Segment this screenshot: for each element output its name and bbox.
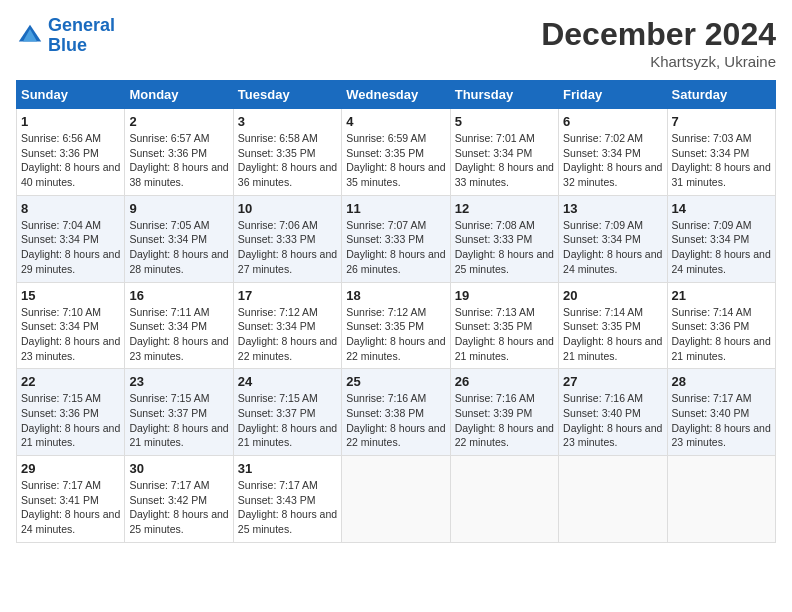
day-number: 20: [563, 288, 662, 303]
day-number: 6: [563, 114, 662, 129]
day-info: Sunrise: 6:59 AMSunset: 3:35 PMDaylight:…: [346, 131, 445, 190]
day-info: Sunrise: 7:08 AMSunset: 3:33 PMDaylight:…: [455, 218, 554, 277]
day-number: 22: [21, 374, 120, 389]
calendar-header: SundayMondayTuesdayWednesdayThursdayFrid…: [17, 81, 776, 109]
calendar-cell: 21 Sunrise: 7:14 AMSunset: 3:36 PMDaylig…: [667, 282, 775, 369]
calendar-cell: 28 Sunrise: 7:17 AMSunset: 3:40 PMDaylig…: [667, 369, 775, 456]
calendar-cell: 10 Sunrise: 7:06 AMSunset: 3:33 PMDaylig…: [233, 195, 341, 282]
calendar-cell: 16 Sunrise: 7:11 AMSunset: 3:34 PMDaylig…: [125, 282, 233, 369]
day-info: Sunrise: 7:17 AMSunset: 3:43 PMDaylight:…: [238, 478, 337, 537]
calendar-cell: [342, 456, 450, 543]
calendar-cell: 11 Sunrise: 7:07 AMSunset: 3:33 PMDaylig…: [342, 195, 450, 282]
day-number: 31: [238, 461, 337, 476]
day-info: Sunrise: 7:16 AMSunset: 3:39 PMDaylight:…: [455, 391, 554, 450]
calendar-cell: 2 Sunrise: 6:57 AMSunset: 3:36 PMDayligh…: [125, 109, 233, 196]
day-number: 4: [346, 114, 445, 129]
weekday-wednesday: Wednesday: [342, 81, 450, 109]
calendar-cell: 15 Sunrise: 7:10 AMSunset: 3:34 PMDaylig…: [17, 282, 125, 369]
calendar-cell: 3 Sunrise: 6:58 AMSunset: 3:35 PMDayligh…: [233, 109, 341, 196]
day-info: Sunrise: 7:16 AMSunset: 3:38 PMDaylight:…: [346, 391, 445, 450]
logo-line2: Blue: [48, 35, 87, 55]
calendar-cell: 31 Sunrise: 7:17 AMSunset: 3:43 PMDaylig…: [233, 456, 341, 543]
day-info: Sunrise: 7:09 AMSunset: 3:34 PMDaylight:…: [563, 218, 662, 277]
day-info: Sunrise: 7:13 AMSunset: 3:35 PMDaylight:…: [455, 305, 554, 364]
day-info: Sunrise: 7:17 AMSunset: 3:42 PMDaylight:…: [129, 478, 228, 537]
calendar-cell: 6 Sunrise: 7:02 AMSunset: 3:34 PMDayligh…: [559, 109, 667, 196]
day-info: Sunrise: 7:06 AMSunset: 3:33 PMDaylight:…: [238, 218, 337, 277]
day-number: 19: [455, 288, 554, 303]
day-number: 26: [455, 374, 554, 389]
calendar-cell: 12 Sunrise: 7:08 AMSunset: 3:33 PMDaylig…: [450, 195, 558, 282]
title-block: December 2024 Khartsyzk, Ukraine: [541, 16, 776, 70]
page-header: General Blue December 2024 Khartsyzk, Uk…: [16, 16, 776, 70]
day-number: 27: [563, 374, 662, 389]
calendar-cell: 24 Sunrise: 7:15 AMSunset: 3:37 PMDaylig…: [233, 369, 341, 456]
calendar-cell: [667, 456, 775, 543]
day-number: 16: [129, 288, 228, 303]
day-info: Sunrise: 6:56 AMSunset: 3:36 PMDaylight:…: [21, 131, 120, 190]
day-number: 17: [238, 288, 337, 303]
calendar-cell: 27 Sunrise: 7:16 AMSunset: 3:40 PMDaylig…: [559, 369, 667, 456]
location-subtitle: Khartsyzk, Ukraine: [541, 53, 776, 70]
calendar-cell: 14 Sunrise: 7:09 AMSunset: 3:34 PMDaylig…: [667, 195, 775, 282]
day-info: Sunrise: 7:12 AMSunset: 3:34 PMDaylight:…: [238, 305, 337, 364]
day-number: 12: [455, 201, 554, 216]
weekday-tuesday: Tuesday: [233, 81, 341, 109]
day-info: Sunrise: 7:01 AMSunset: 3:34 PMDaylight:…: [455, 131, 554, 190]
calendar-cell: 19 Sunrise: 7:13 AMSunset: 3:35 PMDaylig…: [450, 282, 558, 369]
calendar-cell: 26 Sunrise: 7:16 AMSunset: 3:39 PMDaylig…: [450, 369, 558, 456]
weekday-sunday: Sunday: [17, 81, 125, 109]
day-number: 9: [129, 201, 228, 216]
logo: General Blue: [16, 16, 115, 56]
calendar-cell: [450, 456, 558, 543]
calendar-cell: [559, 456, 667, 543]
day-number: 13: [563, 201, 662, 216]
day-info: Sunrise: 7:16 AMSunset: 3:40 PMDaylight:…: [563, 391, 662, 450]
day-info: Sunrise: 7:14 AMSunset: 3:36 PMDaylight:…: [672, 305, 771, 364]
calendar-cell: 30 Sunrise: 7:17 AMSunset: 3:42 PMDaylig…: [125, 456, 233, 543]
calendar-cell: 7 Sunrise: 7:03 AMSunset: 3:34 PMDayligh…: [667, 109, 775, 196]
calendar-week-5: 29 Sunrise: 7:17 AMSunset: 3:41 PMDaylig…: [17, 456, 776, 543]
day-number: 23: [129, 374, 228, 389]
day-info: Sunrise: 7:15 AMSunset: 3:37 PMDaylight:…: [238, 391, 337, 450]
day-number: 3: [238, 114, 337, 129]
weekday-friday: Friday: [559, 81, 667, 109]
day-number: 14: [672, 201, 771, 216]
day-info: Sunrise: 7:11 AMSunset: 3:34 PMDaylight:…: [129, 305, 228, 364]
day-info: Sunrise: 7:15 AMSunset: 3:37 PMDaylight:…: [129, 391, 228, 450]
day-info: Sunrise: 7:14 AMSunset: 3:35 PMDaylight:…: [563, 305, 662, 364]
calendar-cell: 17 Sunrise: 7:12 AMSunset: 3:34 PMDaylig…: [233, 282, 341, 369]
day-number: 1: [21, 114, 120, 129]
day-info: Sunrise: 6:57 AMSunset: 3:36 PMDaylight:…: [129, 131, 228, 190]
calendar-cell: 8 Sunrise: 7:04 AMSunset: 3:34 PMDayligh…: [17, 195, 125, 282]
day-number: 8: [21, 201, 120, 216]
calendar-cell: 13 Sunrise: 7:09 AMSunset: 3:34 PMDaylig…: [559, 195, 667, 282]
weekday-header-row: SundayMondayTuesdayWednesdayThursdayFrid…: [17, 81, 776, 109]
calendar-cell: 23 Sunrise: 7:15 AMSunset: 3:37 PMDaylig…: [125, 369, 233, 456]
day-number: 5: [455, 114, 554, 129]
day-info: Sunrise: 7:17 AMSunset: 3:40 PMDaylight:…: [672, 391, 771, 450]
day-number: 21: [672, 288, 771, 303]
day-number: 30: [129, 461, 228, 476]
calendar-week-3: 15 Sunrise: 7:10 AMSunset: 3:34 PMDaylig…: [17, 282, 776, 369]
calendar-week-4: 22 Sunrise: 7:15 AMSunset: 3:36 PMDaylig…: [17, 369, 776, 456]
day-number: 2: [129, 114, 228, 129]
day-number: 15: [21, 288, 120, 303]
calendar-cell: 1 Sunrise: 6:56 AMSunset: 3:36 PMDayligh…: [17, 109, 125, 196]
calendar-cell: 22 Sunrise: 7:15 AMSunset: 3:36 PMDaylig…: [17, 369, 125, 456]
day-info: Sunrise: 7:09 AMSunset: 3:34 PMDaylight:…: [672, 218, 771, 277]
day-number: 11: [346, 201, 445, 216]
weekday-thursday: Thursday: [450, 81, 558, 109]
calendar-table: SundayMondayTuesdayWednesdayThursdayFrid…: [16, 80, 776, 543]
day-number: 18: [346, 288, 445, 303]
day-info: Sunrise: 7:17 AMSunset: 3:41 PMDaylight:…: [21, 478, 120, 537]
calendar-body: 1 Sunrise: 6:56 AMSunset: 3:36 PMDayligh…: [17, 109, 776, 543]
day-info: Sunrise: 7:04 AMSunset: 3:34 PMDaylight:…: [21, 218, 120, 277]
day-number: 29: [21, 461, 120, 476]
day-number: 24: [238, 374, 337, 389]
calendar-week-2: 8 Sunrise: 7:04 AMSunset: 3:34 PMDayligh…: [17, 195, 776, 282]
calendar-cell: 20 Sunrise: 7:14 AMSunset: 3:35 PMDaylig…: [559, 282, 667, 369]
calendar-cell: 4 Sunrise: 6:59 AMSunset: 3:35 PMDayligh…: [342, 109, 450, 196]
day-info: Sunrise: 7:12 AMSunset: 3:35 PMDaylight:…: [346, 305, 445, 364]
calendar-cell: 5 Sunrise: 7:01 AMSunset: 3:34 PMDayligh…: [450, 109, 558, 196]
